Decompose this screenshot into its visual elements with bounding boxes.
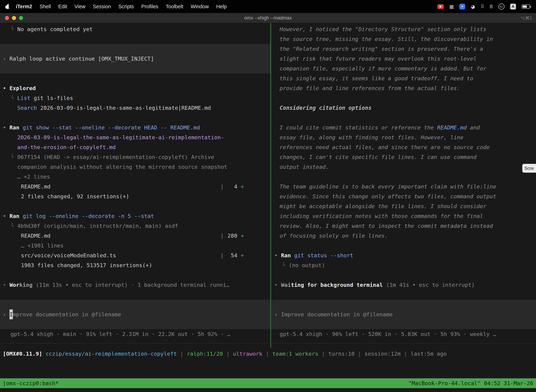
screen-overlay-clipped[interactable]: Scre — [522, 164, 536, 173]
menu-item-toolbelt[interactable]: Toolbelt — [162, 4, 187, 9]
last-activity: last:5m ago — [411, 350, 447, 357]
line-ran-git-log: •Rangit log --oneline --decorate -n 5 --… — [0, 211, 270, 221]
plus-icon: + — [241, 183, 244, 190]
menu-item-scripts[interactable]: Scripts — [115, 4, 138, 9]
tree-branch-icon: └ — [10, 152, 17, 162]
screen-recording-icon[interactable] — [437, 4, 444, 9]
readme-link[interactable]: README.md — [437, 124, 467, 131]
prompt-input-left[interactable]: ›Improve documentation in @filename — [0, 300, 270, 329]
menu-item-help[interactable]: Help — [212, 4, 230, 9]
thinking-line: the "Related research writing" section i… — [272, 44, 536, 54]
tree-branch-icon: └ — [10, 93, 17, 103]
thinking-line: The team guideline is to back every impo… — [272, 182, 536, 191]
battery-percent-icon[interactable]: 61 — [498, 4, 505, 10]
line-explored-search: Search2026-03-09-is-legal-the-same-as-le… — [0, 103, 270, 113]
line-model-status-right: gpt-5.4 xhigh · 96% left · 520K in · 5.8… — [272, 329, 536, 339]
thinking-line: review. Also, I might want to inspect th… — [272, 221, 536, 231]
text-cursor: I — [10, 309, 13, 319]
inject-banner[interactable]: ›Ralph loop active continue [OMX_TMUX_IN… — [0, 44, 270, 73]
menu-item-window[interactable]: Window — [187, 4, 212, 9]
thinking-heading: Considering citation options — [272, 103, 536, 113]
dots-grid-icon[interactable]: ⠿ — [481, 4, 484, 9]
thinking-line: including verification notes with those … — [272, 211, 536, 221]
session-timer: session:12m — [364, 350, 401, 357]
bullet-icon: • — [3, 83, 10, 93]
thinking-line: I could cite commit statistics or refere… — [272, 123, 536, 132]
thinking-line: changes, I can't cite specific file line… — [272, 152, 536, 162]
pane-divider[interactable] — [270, 23, 271, 348]
prompt-icon: › — [274, 309, 281, 319]
menu-item-edit[interactable]: Edit — [54, 4, 71, 9]
prompt-input-right[interactable]: ›Improve documentation in @filename — [272, 300, 536, 329]
tmux-session-label: [omx-cczip0:bash* — [3, 380, 58, 386]
traffic-lights — [5, 16, 23, 20]
thinking-line: essay file, along with finding root file… — [272, 132, 536, 142]
line-show-filename-2: and-the-erosion-of-copyleft.md — [0, 142, 270, 152]
line-show-stat: README.md|4+ — [0, 182, 270, 191]
thinking-line: companion file, especially if more comme… — [272, 64, 536, 73]
battery-icon[interactable] — [522, 5, 530, 9]
thinking-line: references need actual files, and since … — [272, 142, 536, 152]
line-show-summary: 2 files changed, 92 insertions(+) — [0, 191, 270, 201]
thinking-line: slight risk that future readers may over… — [272, 54, 536, 64]
line-log-more: … +1901 lines — [0, 241, 270, 250]
thinking-line: this single essay, it seems like a good … — [272, 73, 536, 83]
tree-branch-icon: └ — [282, 260, 289, 270]
close-button[interactable] — [5, 16, 9, 20]
thinking-line: of focusing solely on file lines. — [272, 231, 536, 241]
team-badge: team:1 workers — [273, 350, 318, 357]
menu-bar-status-icons: ▦ ✦ ◕ ⠿ 8 61 A — [437, 4, 532, 10]
window-shortcut-hint: ⌥⌘1 — [520, 16, 532, 21]
menu-item-iterm2[interactable]: iTerm2 — [12, 4, 36, 9]
line-ran-git-show: •Rangit show --stat --oneline --decorate… — [0, 123, 270, 132]
tree-branch-icon: └ — [10, 24, 17, 34]
line-show-filename-1: 2026-03-09-is-legal-the-same-as-legitima… — [0, 132, 270, 142]
menu-item-view[interactable]: View — [71, 4, 89, 9]
terminal-content: └No agents completed yet ›Ralph loop act… — [0, 23, 536, 392]
tree-branch-icon: └ — [10, 221, 17, 231]
minimize-button[interactable] — [12, 16, 16, 20]
turns-counter: turns:10 — [328, 350, 354, 357]
bullet-icon: • — [274, 280, 281, 290]
menu-item-profiles[interactable]: Profiles — [138, 4, 162, 9]
tmux-host-label: "MacBook-Pro-44.local" 04:52 31-Mar-26 — [408, 378, 533, 388]
thinking-line: output instead. — [272, 162, 536, 172]
line-waiting-status: •Waiting for background terminal(1m 41s … — [272, 280, 536, 290]
tmux-status-bar: [omx-cczip0:bash*"MacBook-Pro-44.local" … — [0, 378, 536, 388]
thinking-line: However, I noticed the "Directory Struct… — [272, 24, 536, 34]
menu-item-shell[interactable]: Shell — [36, 4, 55, 9]
thinking-line: might be acceptable alongside the file l… — [272, 201, 536, 211]
line-git-status-output: └(no output) — [272, 260, 536, 270]
line-log-summary: 1903 files changed, 513517 insertions(+) — [0, 260, 270, 270]
line-log-stat-readme: README.md|280+ — [0, 231, 270, 241]
line-explored-list: └Listgit ls-files — [0, 93, 270, 103]
mode-badge: ultrawork — [233, 350, 262, 357]
bullet-icon: • — [274, 250, 281, 260]
timer-circle-icon[interactable]: ◕ — [471, 4, 475, 9]
bullet-icon: • — [3, 123, 10, 132]
pane-bottom-separator — [0, 343, 536, 344]
right-pane: However, I noticed the "Directory Struct… — [272, 24, 536, 339]
display-grid-icon[interactable]: ▦ — [449, 4, 454, 9]
input-source-icon[interactable]: A — [510, 4, 516, 9]
raycast-icon[interactable]: ✦ — [459, 4, 465, 9]
line-working-status: •Working(11m 13s • esc to interrupt) · 1… — [0, 280, 270, 290]
line-show-output-2: companion analysis without altering the … — [0, 162, 270, 172]
figure-eight-icon[interactable]: 8 — [490, 4, 493, 9]
zoom-button[interactable] — [19, 16, 23, 20]
left-pane: └No agents completed yet ›Ralph loop act… — [0, 24, 270, 339]
line-log-output: └4b9d30f (origin/main, instructkr/main, … — [0, 221, 270, 231]
prompt-icon: › — [3, 309, 10, 319]
omx-version: [OMX#0.11.9] — [3, 350, 42, 357]
bullet-icon: • — [3, 211, 10, 221]
prompt-icon: › — [3, 54, 10, 64]
line-no-agents: └No agents completed yet — [0, 24, 270, 34]
ralph-counter: ralph:11/20 — [187, 350, 223, 357]
thinking-line: provide file and line references from th… — [272, 83, 536, 93]
apple-menu-icon[interactable] — [5, 4, 10, 9]
menu-item-session[interactable]: Session — [89, 4, 115, 9]
line-log-stat-voice: src/voice/voiceModeEnabled.ts|54+ — [0, 250, 270, 260]
thinking-line: evidence. Since this change only affects… — [272, 191, 536, 201]
window-title: omx --xhigh --madmax — [244, 15, 292, 21]
thinking-line: the source tree, missing the essay. Stil… — [272, 34, 536, 44]
